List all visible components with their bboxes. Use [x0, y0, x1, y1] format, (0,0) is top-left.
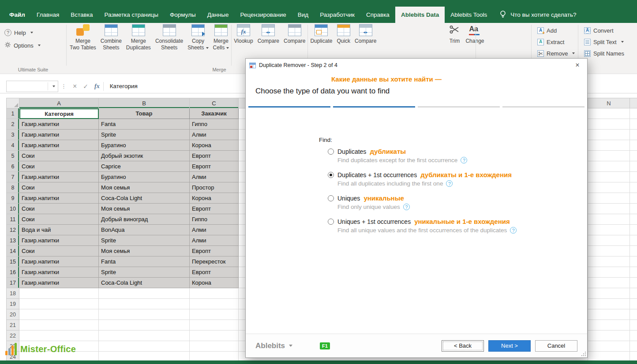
cell-n7[interactable] [588, 172, 630, 182]
cell-n16[interactable] [588, 267, 630, 278]
cell-c5[interactable]: Европт [190, 151, 239, 161]
radio-uniques-1st-occurrences[interactable]: Uniques + 1st occurrencesуникальные и 1-… [328, 218, 574, 225]
cell-c3[interactable]: Алми [190, 130, 239, 140]
help-icon[interactable]: ? [461, 157, 467, 163]
cell-b6[interactable]: Caprice [99, 161, 190, 172]
ribbon-tab-page-layout[interactable]: Разметка страницы [98, 7, 164, 23]
cell-a14[interactable]: Соки [19, 246, 99, 256]
ribbon-button-add[interactable]: AAdd [536, 25, 577, 36]
cell-n13[interactable] [588, 235, 630, 246]
next-button[interactable]: Next > [488, 340, 531, 352]
cell-a1[interactable]: Категория [19, 108, 99, 119]
select-all-corner[interactable] [6, 98, 19, 108]
row-header-13[interactable]: 13 [6, 235, 19, 246]
ribbon-tab-insert[interactable]: Вставка [65, 7, 98, 23]
cell-n4[interactable] [588, 140, 630, 151]
ribbon-tab-formulas[interactable]: Формулы [164, 7, 202, 23]
help-button[interactable]: ? Help [0, 26, 66, 39]
help-icon[interactable]: ? [446, 180, 453, 187]
ribbon-button-remove[interactable]: Remove [536, 48, 577, 59]
cell-n19[interactable] [588, 299, 630, 309]
cell-c1[interactable]: Заказчик [190, 108, 239, 119]
cell-a5[interactable]: Соки [19, 151, 99, 161]
cell-n17[interactable] [588, 278, 630, 288]
row-header-19[interactable]: 19 [6, 299, 19, 309]
row-header-2[interactable]: 2 [6, 119, 19, 130]
cell-n9[interactable] [588, 193, 630, 204]
ablebits-brand-menu[interactable]: Ablebits [255, 342, 292, 350]
cell-n18[interactable] [588, 288, 630, 299]
cell-b22[interactable] [99, 331, 190, 341]
row-header-8[interactable]: 8 [6, 182, 19, 193]
cell-b19[interactable] [99, 299, 190, 309]
cell-c17[interactable]: Корона [190, 278, 239, 288]
cell-c16[interactable]: Европт [190, 267, 239, 278]
cell-b11[interactable]: Добрый виноград [99, 214, 190, 225]
ribbon-button-split-text[interactable]: Split Text [582, 36, 626, 48]
cell-c15[interactable]: Перекресток [190, 256, 239, 267]
cell-c9[interactable]: Корона [190, 193, 239, 204]
radio-duplicates-1st-occurrences[interactable]: Duplicates + 1st occurrencesдубликаты и … [328, 171, 574, 178]
cell-b4[interactable]: Буратино [99, 140, 190, 151]
name-box[interactable] [6, 81, 58, 92]
cell-n11[interactable] [588, 214, 630, 225]
cell-a17[interactable]: Газир.напитки [19, 278, 99, 288]
row-header-3[interactable]: 3 [6, 130, 19, 140]
cell-a10[interactable]: Соки [19, 204, 99, 214]
cell-b16[interactable]: Sprite [99, 267, 190, 278]
cell-c21[interactable] [190, 320, 239, 331]
options-button[interactable]: Options [0, 39, 66, 52]
cell-b15[interactable]: Fanta [99, 256, 190, 267]
cell-n14[interactable] [588, 246, 630, 256]
cell-c22[interactable] [190, 331, 239, 341]
cell-a11[interactable]: Соки [19, 214, 99, 225]
tell-me-box[interactable]: Что вы хотите сделать? [499, 7, 576, 23]
column-header-c[interactable]: C [190, 98, 239, 108]
cell-b18[interactable] [99, 288, 190, 299]
cell-a3[interactable]: Газир.напитки [19, 130, 99, 140]
cell-a15[interactable]: Газир.напитки [19, 256, 99, 267]
ribbon-button-merge-cells[interactable]: MergeCells [211, 23, 232, 74]
cell-n23[interactable] [588, 341, 630, 352]
cell-c14[interactable]: Европт [190, 246, 239, 256]
cell-c12[interactable]: Алми [190, 225, 239, 235]
row-header-22[interactable]: 22 [6, 331, 19, 341]
cancel-entry-icon[interactable]: × [73, 82, 77, 90]
help-icon[interactable]: ? [403, 204, 410, 210]
ribbon-button-split-names[interactable]: Split Names [582, 48, 626, 59]
row-header-17[interactable]: 17 [6, 278, 19, 288]
cell-a20[interactable] [19, 309, 99, 320]
cell-a9[interactable]: Газир.напитки [19, 193, 99, 204]
ribbon-tab-help[interactable]: Справка [360, 7, 395, 23]
cell-a22[interactable] [19, 331, 99, 341]
row-header-6[interactable]: 6 [6, 161, 19, 172]
cell-b5[interactable]: Добрый экзотик [99, 151, 190, 161]
ribbon-tab-ablebits-data[interactable]: Ablebits Data [395, 7, 445, 23]
cell-b10[interactable]: Моя семья [99, 204, 190, 214]
cell-c19[interactable] [190, 299, 239, 309]
help-icon[interactable]: ? [510, 227, 517, 234]
formula-input[interactable]: Категория [104, 83, 138, 89]
row-header-12[interactable]: 12 [6, 225, 19, 235]
cell-b23[interactable] [99, 341, 190, 352]
cell-b21[interactable] [99, 320, 190, 331]
cell-c7[interactable]: Алми [190, 172, 239, 182]
cell-c18[interactable] [190, 288, 239, 299]
ribbon-tab-ablebits-tools[interactable]: Ablebits Tools [445, 7, 493, 23]
radio-uniques[interactable]: Uniquesуникальные [328, 194, 574, 202]
row-header-5[interactable]: 5 [6, 151, 19, 161]
cell-a18[interactable] [19, 288, 99, 299]
cell-a19[interactable] [19, 299, 99, 309]
row-header-18[interactable]: 18 [6, 288, 19, 299]
cell-a8[interactable]: Соки [19, 182, 99, 193]
cell-b13[interactable]: Sprite [99, 235, 190, 246]
cell-c23[interactable] [190, 341, 239, 352]
cell-c13[interactable]: Алми [190, 235, 239, 246]
cell-c11[interactable]: Гиппо [190, 214, 239, 225]
ribbon-tab-home[interactable]: Главная [31, 7, 65, 23]
cell-c6[interactable]: Европт [190, 161, 239, 172]
cell-b17[interactable]: Coca-Cola Light [99, 278, 190, 288]
cell-n3[interactable] [588, 130, 630, 140]
cell-n6[interactable] [588, 161, 630, 172]
cell-b9[interactable]: Coca-Cola Light [99, 193, 190, 204]
